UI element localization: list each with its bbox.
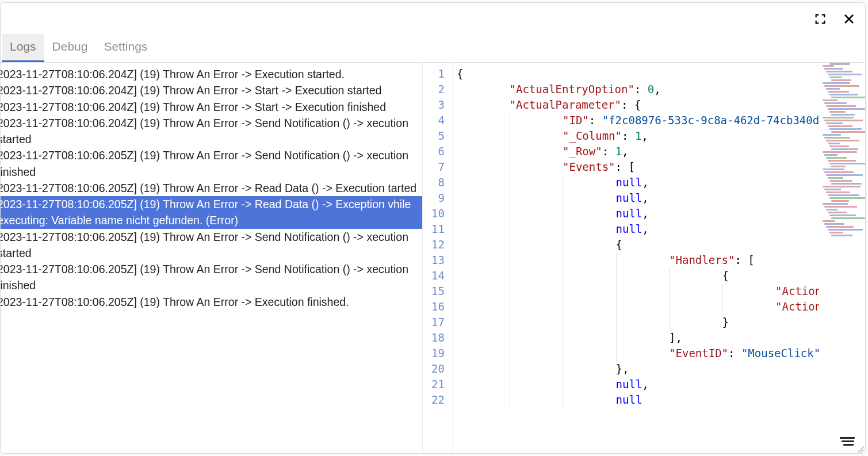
minimap-line — [831, 148, 858, 150]
line-number: 12 — [423, 237, 445, 252]
minimap[interactable] — [819, 63, 865, 453]
minimap-line — [831, 235, 852, 236]
log-line[interactable]: 2023-11-27T08:10:06.205Z] (19) Throw An … — [1, 294, 422, 310]
code-line[interactable]: null, — [457, 377, 819, 392]
line-number: 13 — [423, 252, 445, 268]
code-line[interactable]: { — [457, 237, 819, 252]
minimap-line — [824, 171, 854, 173]
code-line[interactable]: "Events": [ — [457, 159, 819, 175]
code-line[interactable]: "Action": "40cde3b0-866b-f2 — [457, 299, 819, 315]
code-content[interactable]: { "ActualEntryOption": 0, "ActualParamet… — [453, 63, 819, 453]
minimap-line — [824, 137, 850, 139]
log-line[interactable]: 2023-11-27T08:10:06.205Z] (19) Throw An … — [1, 196, 422, 229]
minimap-line — [829, 145, 849, 147]
minimap-line — [824, 189, 841, 190]
line-number: 6 — [423, 144, 445, 159]
minimap-line — [826, 71, 852, 72]
code-line[interactable]: } — [457, 315, 819, 330]
line-number: 3 — [423, 97, 445, 113]
code-line[interactable]: }, — [457, 361, 819, 377]
tab-logs[interactable]: Logs — [2, 34, 44, 62]
minimap-line — [823, 203, 848, 205]
minimap-line — [829, 214, 856, 216]
minimap-line — [826, 122, 843, 124]
minimap-line — [828, 194, 859, 196]
log-line[interactable]: 2023-11-27T08:10:06.205Z] (19) Throw An … — [1, 229, 422, 262]
minimap-line — [831, 79, 851, 81]
minimap-line — [823, 82, 850, 84]
minimap-line — [829, 111, 846, 113]
resize-handle[interactable] — [856, 444, 864, 452]
code-line[interactable]: "ID": "f2c08976-533c-9c8a-462d-74cb340d9… — [457, 113, 819, 128]
minimap-line — [824, 120, 863, 121]
minimap-line — [823, 134, 841, 136]
line-number: 17 — [423, 315, 445, 330]
minimap-line — [824, 85, 859, 87]
line-number: 4 — [423, 113, 445, 128]
log-line[interactable]: 2023-11-27T08:10:06.204Z] (19) Throw An … — [1, 115, 422, 148]
code-line[interactable]: "_Column": 1, — [457, 128, 819, 144]
line-number: 14 — [423, 268, 445, 283]
minimap-line — [823, 99, 838, 101]
tab-debug[interactable]: Debug — [44, 34, 96, 62]
line-number: 15 — [423, 283, 445, 299]
minimap-line — [826, 209, 838, 210]
log-line[interactable]: 2023-11-27T08:10:06.204Z] (19) Throw An … — [1, 82, 422, 98]
minimap-line — [831, 217, 865, 219]
code-editor[interactable]: 12345678910111213141516171819202122 { "A… — [422, 63, 865, 453]
code-line[interactable]: "ActualParameter": { — [457, 97, 819, 113]
minimap-line — [824, 154, 838, 156]
line-number: 18 — [423, 330, 445, 346]
code-line[interactable]: null, — [457, 206, 819, 221]
tab-settings[interactable]: Settings — [95, 34, 155, 62]
code-line[interactable]: null — [457, 392, 819, 408]
minimap-line — [828, 160, 856, 162]
minimap-line — [828, 74, 862, 75]
line-number: 21 — [423, 377, 445, 392]
log-line[interactable]: 2023-11-27T08:10:06.204Z] (19) Throw An … — [1, 99, 422, 115]
minimap-line — [826, 105, 856, 107]
panel-body: 2023-11-27T08:10:06.204Z] (19) Throw An … — [1, 63, 865, 453]
log-line[interactable]: 2023-11-27T08:10:06.205Z] (19) Throw An … — [1, 147, 422, 180]
minimap-line — [831, 183, 862, 185]
minimap-line — [823, 65, 834, 67]
minimap-line — [828, 229, 863, 231]
code-line[interactable]: ], — [457, 330, 819, 346]
minimap-line — [824, 206, 857, 208]
line-number: 20 — [423, 361, 445, 377]
minimap-line — [831, 200, 849, 202]
code-line[interactable]: "Handlers": [ — [457, 252, 819, 268]
code-line[interactable]: null, — [457, 221, 819, 237]
minimap-line — [831, 166, 846, 167]
word-wrap-icon[interactable] — [840, 436, 856, 447]
line-number: 8 — [423, 175, 445, 190]
close-icon[interactable] — [841, 11, 857, 27]
code-line[interactable]: { — [457, 268, 819, 283]
line-number: 2 — [423, 82, 445, 97]
code-line[interactable]: "ActualEntryOption": 0, — [457, 82, 819, 97]
minimap-line — [828, 177, 843, 179]
log-line[interactable]: 2023-11-27T08:10:06.205Z] (19) Throw An … — [1, 261, 422, 294]
logs-pane[interactable]: 2023-11-27T08:10:06.204Z] (19) Throw An … — [1, 63, 422, 453]
minimap-line — [824, 223, 844, 225]
line-number: 7 — [423, 159, 445, 175]
tab-bar: LogsDebugSettings — [1, 35, 865, 63]
minimap-line — [826, 88, 840, 90]
minimap-line — [829, 128, 862, 130]
fullscreen-icon[interactable] — [812, 11, 828, 27]
minimap-line — [828, 212, 847, 213]
minimap-line — [823, 117, 854, 118]
code-line[interactable]: "ActionType": 0, — [457, 283, 819, 299]
minimap-line — [829, 76, 842, 78]
line-number: 5 — [423, 128, 445, 144]
line-number: 11 — [423, 221, 445, 237]
code-line[interactable]: "_Row": 1, — [457, 144, 819, 159]
code-line[interactable]: { — [457, 66, 819, 82]
minimap-line — [823, 151, 857, 153]
minimap-line — [824, 68, 843, 70]
code-line[interactable]: null, — [457, 190, 819, 206]
code-line[interactable]: "EventID": "MouseClick" — [457, 346, 819, 361]
log-line[interactable]: 2023-11-27T08:10:06.205Z] (19) Throw An … — [1, 180, 422, 196]
log-line[interactable]: 2023-11-27T08:10:06.204Z] (19) Throw An … — [1, 66, 422, 82]
code-line[interactable]: null, — [457, 175, 819, 190]
